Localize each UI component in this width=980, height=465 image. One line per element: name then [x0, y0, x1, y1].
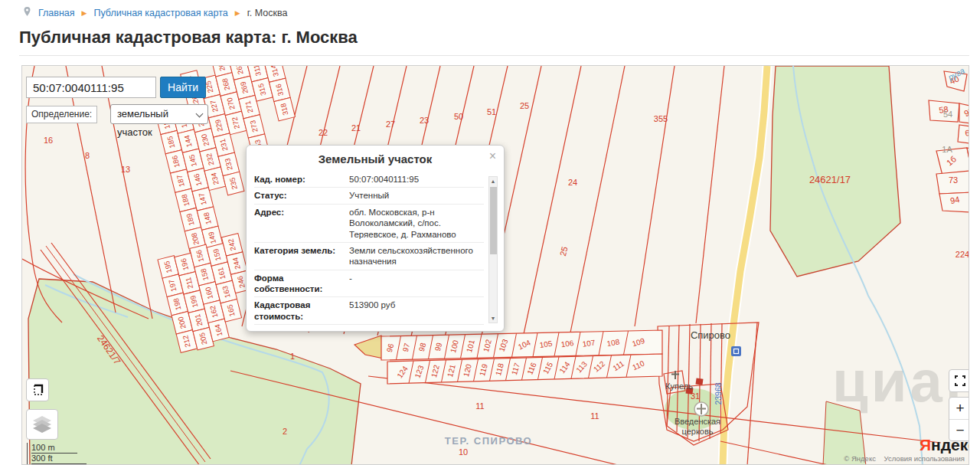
map-label: 27 — [386, 120, 395, 129]
zoom-in-button[interactable]: + — [949, 398, 969, 420]
filter-label: Определение: — [26, 106, 97, 123]
search-button[interactable]: Найти — [160, 77, 206, 98]
scrollbar-thumb[interactable] — [490, 187, 497, 254]
yandex-logo[interactable]: Яндекс — [920, 436, 969, 454]
map-label: ТЕР. СПИРОВО — [445, 435, 532, 447]
map-label: 13 — [121, 165, 130, 174]
fullscreen-button[interactable] — [949, 369, 969, 392]
popup-row-label: Кад. номер: — [254, 174, 345, 185]
popup-row-value: Земли сельскохозяйственного назначения — [345, 245, 484, 267]
map-label: 60 — [965, 127, 969, 138]
scroll-up-icon[interactable]: ▲ — [489, 178, 497, 184]
popup-body: Кад. номер:50:07:0040111:95Статус:Учтенн… — [254, 172, 484, 325]
header-divider — [19, 55, 969, 56]
map-label: 16 — [44, 136, 53, 145]
map-label: 2 — [283, 427, 287, 436]
map-label: 21 — [351, 123, 361, 133]
scroll-down-icon[interactable]: ▼ — [489, 316, 497, 321]
popup-scrollbar[interactable]: ▲ ▼ — [488, 176, 498, 323]
map-label: 51 — [487, 107, 496, 116]
breadcrumb-link-pkk[interactable]: Публичная кадастровая карта — [94, 8, 228, 18]
popup-row: Кадастровая стоимость:513900 руб — [254, 296, 484, 324]
measure-button[interactable] — [26, 378, 49, 401]
popup-title: Земельный участок — [247, 146, 504, 170]
copyright-text: © Яндекс — [844, 454, 876, 463]
map-label: 94 — [949, 195, 960, 205]
map-label: 31 — [691, 391, 700, 401]
map-label: 1А — [942, 145, 952, 154]
map-label: 25 — [558, 245, 570, 257]
map-label: Купель — [665, 381, 693, 391]
map-label: 23 — [420, 116, 429, 125]
map-label: Спирово — [691, 329, 730, 341]
map-label: 11 — [590, 411, 599, 421]
popup-row: Адрес:обл. Московская, р-н Волоколамский… — [254, 204, 484, 242]
popup-row: Кад. номер:50:07:0040111:95 — [254, 172, 484, 187]
breadcrumb-separator-icon: ▶ — [82, 9, 87, 17]
map-label: Введенская — [675, 417, 720, 426]
filter-select[interactable]: земельный участок — [110, 104, 208, 124]
layers-button[interactable] — [26, 409, 58, 440]
popup-row-label: Форма собственности: — [254, 273, 345, 295]
layers-icon — [32, 415, 52, 434]
map-label: 8 — [85, 151, 90, 160]
measure-icon — [31, 384, 44, 396]
map-label: 224 — [956, 250, 969, 259]
popup-row: Уточненная площадь:1500 кв.м — [254, 324, 484, 325]
map-label: церковь — [681, 427, 713, 436]
popup-row-value: 50:07:0040111:95 — [345, 174, 419, 185]
page-title: Публичная кадастровая карта: г. Москва — [19, 28, 358, 47]
popup-row-label: Категория земель: — [254, 245, 345, 267]
parcel-info-popup: Земельный участок × Кад. номер:50:07:004… — [246, 145, 505, 332]
church-icon — [694, 402, 708, 416]
fullscreen-icon — [955, 375, 965, 386]
popup-row: Категория земель:Земли сельскохозяйствен… — [254, 242, 484, 270]
popup-row-value: 513900 руб — [345, 300, 395, 322]
chevron-down-icon — [196, 110, 204, 118]
popup-row-value: Учтенный — [345, 190, 389, 201]
cadastral-map[interactable]: 1841851861871881892082091431441451461471… — [21, 65, 969, 465]
map-label: 50 — [454, 112, 463, 121]
popup-row-label: Кадастровая стоимость: — [254, 300, 345, 322]
map-label: 73 — [949, 175, 958, 185]
breadcrumb-link-home[interactable]: Главная — [38, 8, 75, 18]
terms-link[interactable]: Условия использования — [884, 454, 965, 463]
pin-icon — [23, 6, 31, 19]
scale-imperial: 300 ft — [31, 454, 87, 464]
map-label: 24 — [568, 178, 577, 187]
breadcrumb-current: г. Москва — [247, 8, 288, 18]
map-label: 54 — [943, 110, 952, 119]
search-input[interactable] — [26, 77, 156, 98]
map-label: 355 — [654, 114, 668, 123]
breadcrumb: Главная ▶ Публичная кадастровая карта ▶ … — [23, 6, 287, 19]
map-label: 11 — [475, 401, 484, 411]
zoom-control: + − — [949, 397, 969, 441]
map-label: 23968 — [714, 382, 723, 404]
close-icon[interactable]: × — [489, 149, 496, 163]
popup-row: Форма собственности:- — [254, 270, 484, 297]
map-label: 1 — [290, 352, 295, 361]
popup-row-value: - — [345, 273, 352, 295]
popup-row: Статус:Учтенный — [254, 187, 484, 203]
selected-parcel-95[interactable] — [354, 336, 384, 359]
parcel-number: 105 — [539, 339, 553, 349]
popup-row-label: Адрес: — [254, 207, 345, 240]
breadcrumb-separator-icon: ▶ — [235, 9, 240, 17]
map-label: 25 — [520, 101, 529, 110]
map-label: 22 — [318, 128, 328, 137]
map-label: 10 — [459, 447, 468, 457]
route-shield-icon — [731, 346, 741, 356]
scale-bar: 100 m 300 ft — [27, 443, 87, 464]
popup-row-value: обл. Московская, р-н Волоколамский, с/по… — [345, 207, 484, 240]
scale-metric: 100 m — [31, 443, 77, 454]
map-attribution: © Яндекс Условия использования — [838, 454, 965, 463]
popup-row-label: Статус: — [254, 190, 345, 201]
map-label: 24621/17 — [809, 174, 851, 185]
